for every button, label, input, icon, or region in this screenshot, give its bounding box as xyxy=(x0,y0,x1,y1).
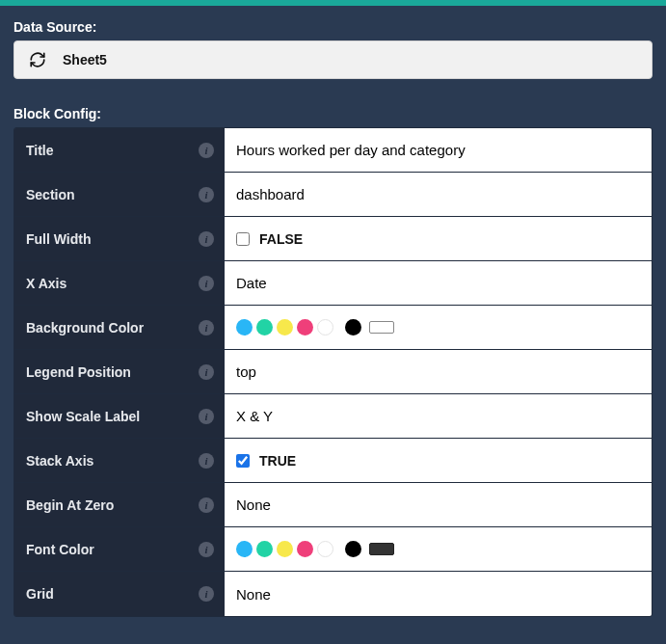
label-legend-position: Legend Position i xyxy=(14,350,225,393)
refresh-icon[interactable] xyxy=(24,47,51,72)
label-text: Title xyxy=(26,143,54,158)
value-x-axis[interactable] xyxy=(225,261,652,305)
info-icon[interactable]: i xyxy=(199,276,214,291)
full-width-toggle[interactable]: FALSE xyxy=(236,231,303,247)
section-input[interactable] xyxy=(236,186,640,202)
label-text: Full Width xyxy=(26,231,92,247)
label-text: Stack Axis xyxy=(26,453,93,469)
label-section: Section i xyxy=(14,173,225,216)
row-x-axis: X Axis i xyxy=(14,261,652,306)
row-grid: Grid i xyxy=(14,572,652,616)
swatch-black[interactable] xyxy=(345,319,361,335)
bg-color-swatches xyxy=(236,319,394,335)
swatch-green[interactable] xyxy=(256,541,273,557)
font-color-swatches xyxy=(236,541,394,557)
label-stack-axis: Stack Axis i xyxy=(14,439,225,482)
swatch-white[interactable] xyxy=(317,319,333,335)
row-begin-zero: Begin At Zero i xyxy=(14,483,652,527)
info-icon[interactable]: i xyxy=(199,409,214,424)
value-legend-position[interactable] xyxy=(225,350,652,393)
data-source-field[interactable]: Sheet5 xyxy=(13,40,653,79)
scale-label-input[interactable] xyxy=(236,408,640,424)
config-table: Title i Section i Full Width i xyxy=(13,127,653,617)
label-text: Show Scale Label xyxy=(26,409,140,424)
swatch-white[interactable] xyxy=(317,541,333,557)
value-bg-color xyxy=(225,306,652,349)
info-icon[interactable]: i xyxy=(199,143,214,158)
label-bg-color: Background Color i xyxy=(14,306,225,349)
value-section[interactable] xyxy=(225,173,652,216)
info-icon[interactable]: i xyxy=(199,542,214,557)
label-scale-label: Show Scale Label i xyxy=(14,394,225,438)
label-full-width: Full Width i xyxy=(14,217,225,260)
stack-axis-toggle[interactable]: TRUE xyxy=(236,453,296,469)
title-input[interactable] xyxy=(236,142,640,158)
row-font-color: Font Color i xyxy=(14,527,652,572)
swatch-yellow[interactable] xyxy=(277,541,293,557)
row-full-width: Full Width i FALSE xyxy=(14,217,652,261)
data-source-label: Data Source: xyxy=(13,19,653,35)
label-text: Begin At Zero xyxy=(26,497,114,513)
swatch-pink[interactable] xyxy=(297,319,313,335)
full-width-checkbox[interactable] xyxy=(236,232,250,246)
info-icon[interactable]: i xyxy=(199,586,214,602)
info-icon[interactable]: i xyxy=(199,453,214,469)
swatch-pink[interactable] xyxy=(297,541,313,557)
value-font-color xyxy=(225,527,652,571)
info-icon[interactable]: i xyxy=(199,231,214,247)
label-title: Title i xyxy=(14,128,225,172)
label-x-axis: X Axis i xyxy=(14,261,225,305)
swatch-black[interactable] xyxy=(345,541,361,557)
config-panel: Data Source: Sheet5 Block Config: Title … xyxy=(0,6,666,631)
grid-input[interactable] xyxy=(236,586,640,603)
value-grid[interactable] xyxy=(225,572,652,616)
label-text: Section xyxy=(26,187,75,202)
value-title[interactable] xyxy=(225,128,652,172)
value-scale-label[interactable] xyxy=(225,394,652,438)
info-icon[interactable]: i xyxy=(199,320,214,335)
swatch-blue[interactable] xyxy=(236,541,253,557)
swatch-yellow[interactable] xyxy=(277,319,293,335)
label-text: Background Color xyxy=(26,320,144,335)
legend-position-input[interactable] xyxy=(236,363,640,380)
stack-axis-checkbox[interactable] xyxy=(236,454,250,468)
x-axis-input[interactable] xyxy=(236,275,640,291)
info-icon[interactable]: i xyxy=(199,497,214,513)
info-icon[interactable]: i xyxy=(199,364,214,380)
label-begin-zero: Begin At Zero i xyxy=(14,483,225,526)
info-icon[interactable]: i xyxy=(199,187,214,202)
label-text: Legend Position xyxy=(26,364,131,380)
label-text: Font Color xyxy=(26,542,94,557)
row-bg-color: Background Color i xyxy=(14,306,652,350)
row-scale-label: Show Scale Label i xyxy=(14,394,652,439)
row-section: Section i xyxy=(14,173,652,217)
swatch-blue[interactable] xyxy=(236,319,253,335)
stack-axis-bool-text: TRUE xyxy=(259,453,296,469)
row-legend-position: Legend Position i xyxy=(14,350,652,394)
label-font-color: Font Color i xyxy=(14,527,225,571)
bg-color-hex-input[interactable] xyxy=(369,321,394,334)
block-config-label: Block Config: xyxy=(13,106,653,121)
value-full-width: FALSE xyxy=(225,217,652,260)
label-text: X Axis xyxy=(26,276,67,291)
swatch-green[interactable] xyxy=(256,319,273,335)
value-stack-axis: TRUE xyxy=(225,439,652,482)
label-grid: Grid i xyxy=(14,572,225,616)
full-width-bool-text: FALSE xyxy=(259,231,303,247)
font-color-hex-input[interactable] xyxy=(369,543,394,555)
data-source-value: Sheet5 xyxy=(63,52,107,67)
begin-zero-input[interactable] xyxy=(236,496,640,513)
row-title: Title i xyxy=(14,128,652,173)
label-text: Grid xyxy=(26,586,54,602)
value-begin-zero[interactable] xyxy=(225,483,652,526)
row-stack-axis: Stack Axis i TRUE xyxy=(14,439,652,483)
